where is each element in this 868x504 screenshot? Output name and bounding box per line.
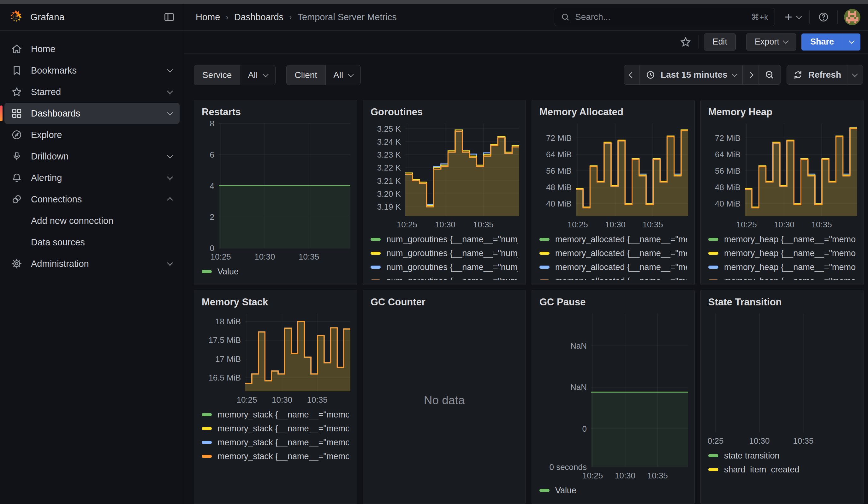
- legend-swatch: [539, 489, 549, 492]
- breadcrumb-home[interactable]: Home: [196, 12, 220, 22]
- panel-legend: num_goroutines {__name__="num_goroutines…: [371, 233, 518, 280]
- sidebar-item-drilldown[interactable]: Drilldown: [4, 146, 179, 167]
- edit-button[interactable]: Edit: [704, 33, 736, 51]
- chevron-left-icon: [629, 72, 634, 78]
- legend-item[interactable]: Value: [539, 483, 687, 497]
- refresh-button[interactable]: Refresh: [787, 65, 847, 85]
- legend-item[interactable]: memory_allocated {__name__="memory_alloc…: [539, 233, 687, 246]
- sidebar-item-add-new-connection[interactable]: Add new connection: [4, 210, 179, 231]
- service-filter[interactable]: Service All: [194, 65, 276, 85]
- svg-text:10:25: 10:25: [582, 471, 603, 480]
- legend-item[interactable]: num_goroutines {__name__="num_goroutines…: [371, 246, 518, 260]
- dashboard-toolbar: Edit Export Share: [184, 30, 868, 54]
- svg-text:10:25: 10:25: [736, 220, 757, 229]
- search-box[interactable]: ⌘+k: [554, 8, 775, 26]
- legend-item[interactable]: memory_stack {__name__="memory_stack": [202, 435, 349, 449]
- panel-title[interactable]: Memory Heap: [701, 100, 863, 120]
- sidebar-item-explore[interactable]: Explore: [4, 124, 179, 145]
- legend-item[interactable]: memory_heap {__name__="memory_heap": [708, 260, 856, 274]
- panel-legend: memory_allocated {__name__="memory_alloc…: [539, 233, 687, 280]
- help-icon[interactable]: [816, 10, 831, 25]
- legend-item[interactable]: memory_stack {__name__="memory_stack": [202, 422, 349, 435]
- legend-swatch: [371, 279, 381, 280]
- share-dropdown-button[interactable]: [843, 33, 860, 51]
- client-filter[interactable]: Client All: [286, 65, 361, 85]
- legend-item[interactable]: shard_item_created: [708, 463, 856, 476]
- panel-chart[interactable]: 40 MiB48 MiB56 MiB64 MiB72 MiB10:2510:30…: [706, 121, 858, 230]
- sidebar-item-label: Data sources: [31, 237, 85, 248]
- legend-item[interactable]: memory_allocated {__name__="memory_alloc…: [539, 274, 687, 280]
- panel-title[interactable]: Restarts: [194, 100, 356, 120]
- panel-chart[interactable]: 0:2510:3010:35: [706, 311, 858, 447]
- legend-label: num_goroutines {__name__="num_goroutines…: [386, 263, 518, 272]
- sidebar-toggle-icon[interactable]: [161, 9, 177, 25]
- legend-item[interactable]: memory_heap {__name__="memory_heap": [708, 246, 856, 260]
- sidebar-item-label: Administration: [31, 259, 89, 269]
- sidebar-item-label: Explore: [31, 130, 62, 140]
- legend-swatch: [371, 238, 381, 241]
- time-forward-button[interactable]: [742, 65, 758, 85]
- panel-title[interactable]: GC Pause: [532, 290, 694, 310]
- legend-item[interactable]: num_goroutines {__name__="num_goroutines…: [371, 260, 518, 274]
- sidebar-item-label: Home: [31, 44, 55, 54]
- favorite-star-icon[interactable]: [678, 34, 693, 50]
- panel-chart[interactable]: 40 MiB48 MiB56 MiB64 MiB72 MiB10:2510:30…: [537, 121, 689, 230]
- time-range-picker[interactable]: Last 15 minutes: [640, 65, 743, 85]
- legend-item[interactable]: memory_stack {__name__="memory_stack": [202, 449, 349, 463]
- panel-chart[interactable]: 16.5 MiB17 MiB17.5 MiB18 MiB10:2510:3010…: [199, 311, 352, 406]
- legend-item[interactable]: memory_allocated {__name__="memory_alloc…: [539, 246, 687, 260]
- svg-text:3.24 K: 3.24 K: [377, 137, 401, 146]
- panel-title[interactable]: Goroutines: [363, 100, 526, 120]
- add-new-button[interactable]: [781, 10, 803, 24]
- panel-chart[interactable]: 0 seconds0NaNNaN10:2510:3010:35: [537, 311, 689, 482]
- panel-chart[interactable]: 0246810:2510:3010:35: [199, 121, 352, 263]
- panel-title[interactable]: Memory Stack: [194, 290, 356, 310]
- legend-swatch: [202, 413, 212, 416]
- chevron-down-icon: [732, 71, 737, 77]
- svg-text:10:30: 10:30: [605, 220, 626, 229]
- panel-title[interactable]: Memory Allocated: [532, 100, 694, 120]
- svg-text:10:30: 10:30: [255, 252, 275, 261]
- zoom-out-button[interactable]: [758, 65, 781, 85]
- panel-chart[interactable]: 3.19 K3.20 K3.21 K3.22 K3.23 K3.24 K3.25…: [368, 121, 520, 230]
- breadcrumb: Home › Dashboards › Temporal Server Metr…: [184, 12, 397, 22]
- legend-item[interactable]: memory_stack {__name__="memory_stack": [202, 408, 349, 422]
- sidebar-item-administration[interactable]: Administration: [4, 253, 179, 274]
- legend-item[interactable]: memory_heap {__name__="memory_heap": [708, 274, 856, 280]
- legend-swatch: [708, 454, 719, 457]
- panel-title[interactable]: State Transition: [701, 290, 863, 310]
- export-button[interactable]: Export: [746, 33, 796, 51]
- search-input[interactable]: [575, 12, 747, 22]
- sidebar-item-connections[interactable]: Connections: [4, 189, 179, 210]
- svg-text:10:30: 10:30: [435, 220, 455, 229]
- share-button[interactable]: Share: [802, 33, 843, 51]
- legend-item[interactable]: num_goroutines {__name__="num_goroutines…: [371, 274, 518, 280]
- legend-label: memory_allocated {__name__="memory_alloc…: [555, 263, 687, 272]
- sidebar-item-alerting[interactable]: Alerting: [4, 167, 179, 188]
- svg-text:10:30: 10:30: [615, 471, 636, 480]
- legend-label: memory_stack {__name__="memory_stack": [217, 438, 349, 448]
- sidebar-item-home[interactable]: Home: [4, 39, 179, 59]
- breadcrumb-dashboards[interactable]: Dashboards: [234, 12, 283, 22]
- sidebar: HomeBookmarksStarredDashboardsExploreDri…: [0, 30, 184, 504]
- legend-item[interactable]: state transition: [708, 449, 856, 463]
- grafana-logo[interactable]: [8, 10, 23, 25]
- chevron-right-icon: [747, 72, 753, 78]
- sidebar-item-data-sources[interactable]: Data sources: [4, 232, 179, 253]
- legend-item[interactable]: num_goroutines {__name__="num_goroutines…: [371, 233, 518, 246]
- sidebar-item-bookmarks[interactable]: Bookmarks: [4, 60, 179, 81]
- clock-icon: [645, 70, 655, 80]
- time-back-button[interactable]: [624, 65, 640, 85]
- legend-item[interactable]: memory_heap {__name__="memory_heap": [708, 233, 856, 246]
- refresh-interval-dropdown[interactable]: [847, 65, 863, 85]
- svg-text:10:25: 10:25: [236, 395, 257, 404]
- svg-text:10:25: 10:25: [210, 252, 231, 261]
- legend-item[interactable]: memory_allocated {__name__="memory_alloc…: [539, 260, 687, 274]
- panel-title[interactable]: GC Counter: [363, 290, 526, 310]
- legend-item[interactable]: Value: [202, 265, 349, 278]
- breadcrumb-current: Temporal Server Metrics: [297, 12, 396, 22]
- user-avatar[interactable]: [844, 9, 860, 25]
- sidebar-item-starred[interactable]: Starred: [4, 81, 179, 102]
- no-data-message: No data: [363, 310, 526, 504]
- sidebar-item-dashboards[interactable]: Dashboards: [4, 103, 179, 124]
